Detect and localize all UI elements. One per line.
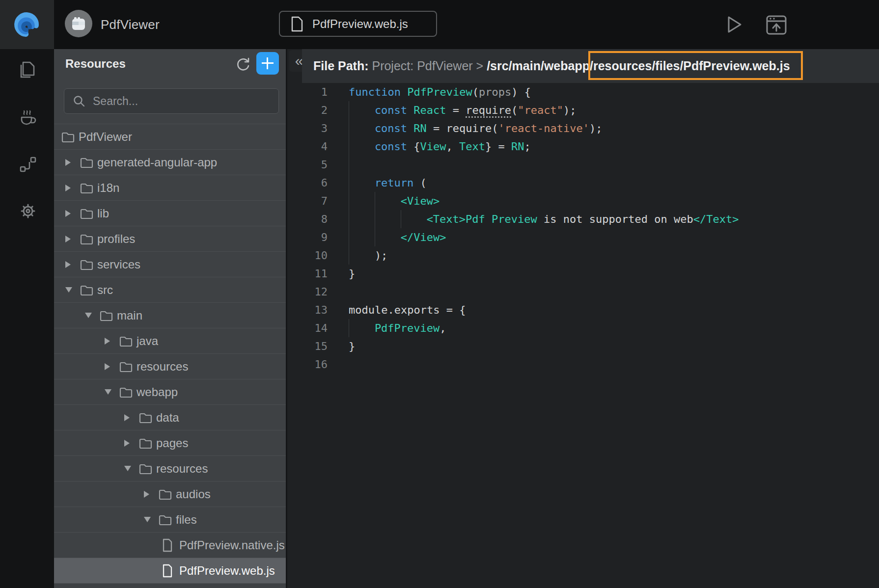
code-line-2[interactable]: 2const React = require("react"); xyxy=(287,101,879,119)
caret-right-icon[interactable] xyxy=(124,440,130,447)
code-line-7[interactable]: 7<View> xyxy=(287,192,879,210)
tree-item-pdfpreview-web-js[interactable]: PdfPreview.web.js xyxy=(54,558,286,583)
folder-icon xyxy=(139,412,152,424)
line-number: 7 xyxy=(287,192,328,210)
coffee-button[interactable] xyxy=(18,107,37,126)
line-number: 14 xyxy=(287,319,328,337)
caret-down-icon[interactable] xyxy=(65,287,72,293)
code-text xyxy=(349,159,375,171)
open-in-browser-button[interactable] xyxy=(764,12,790,37)
tree-item-services[interactable]: services xyxy=(54,251,286,277)
tree-item-lib[interactable]: lib xyxy=(54,200,286,226)
caret-right-icon[interactable] xyxy=(65,159,71,166)
code-token: ( xyxy=(413,177,427,189)
code-editor[interactable]: 1function PdfPreview(props) {2const Reac… xyxy=(287,83,879,588)
tree-item-profiles[interactable]: profiles xyxy=(54,226,286,251)
tree-item-generated-angular-app[interactable]: generated-angular-app xyxy=(54,149,286,175)
code-line-6[interactable]: 6return ( xyxy=(287,174,879,192)
code-line-11[interactable]: 11} xyxy=(287,265,879,283)
tree-item-src[interactable]: src xyxy=(54,277,286,302)
code-token: const xyxy=(375,122,407,134)
code-token: = require( xyxy=(427,122,498,134)
code-line-1[interactable]: 1function PdfPreview(props) { xyxy=(287,83,879,101)
caret-right-icon[interactable] xyxy=(65,185,71,191)
code-token: ); xyxy=(563,104,577,116)
settings-button[interactable] xyxy=(18,201,37,220)
caret-right-icon[interactable] xyxy=(144,491,149,498)
folder-icon xyxy=(119,361,133,373)
indent-guide xyxy=(375,192,375,210)
search-input[interactable] xyxy=(93,95,270,108)
code-line-5[interactable]: 5 xyxy=(287,156,879,174)
code-token: RN xyxy=(511,140,524,153)
line-number: 1 xyxy=(287,83,328,101)
tree-item-main[interactable]: main xyxy=(54,302,286,328)
tree-item-resources[interactable]: resources xyxy=(54,455,286,481)
search-box[interactable] xyxy=(64,88,279,114)
project-avatar-icon xyxy=(70,15,87,32)
pages-copy-button[interactable] xyxy=(18,60,37,80)
tree-item-i18n[interactable]: i18n xyxy=(54,175,286,200)
run-button[interactable] xyxy=(723,13,746,36)
code-line-3[interactable]: 3const RN = require('react-native'); xyxy=(287,119,879,137)
code-token: require xyxy=(466,104,511,118)
code-line-4[interactable]: 4const {View, Text} = RN; xyxy=(287,137,879,156)
code-token xyxy=(401,86,407,98)
code-token: = xyxy=(446,104,466,116)
caret-down-icon[interactable] xyxy=(144,517,151,522)
tree-item-audios[interactable]: audios xyxy=(54,481,286,507)
code-line-14[interactable]: 14PdfPreview, xyxy=(287,319,879,337)
caret-right-icon[interactable] xyxy=(105,363,110,370)
code-token: <View> xyxy=(401,195,440,207)
caret-right-icon[interactable] xyxy=(65,210,71,217)
indent-guide xyxy=(349,101,349,119)
code-token: ; xyxy=(524,140,531,153)
tree-item-label: data xyxy=(156,411,179,425)
code-token: Pdf Preview xyxy=(466,213,537,225)
tab-pdfpreview-web-js[interactable]: PdfPreview.web.js xyxy=(279,11,437,37)
file-path-highlighted: resources/files/PdfPreview.web.js xyxy=(593,59,790,73)
tree-item-webapp[interactable]: webapp xyxy=(54,379,286,404)
tree-item-files[interactable]: files xyxy=(54,507,286,532)
caret-right-icon[interactable] xyxy=(124,414,130,421)
tree-item-java[interactable]: java xyxy=(54,328,286,353)
flow-button[interactable] xyxy=(18,154,37,174)
caret-down-icon[interactable] xyxy=(124,466,131,471)
code-text: <View> xyxy=(349,195,440,207)
tree-item-resources[interactable]: resources xyxy=(54,353,286,379)
tree-item-label: resources xyxy=(137,360,188,374)
caret-down-icon[interactable] xyxy=(105,389,111,395)
code-line-9[interactable]: 9</View> xyxy=(287,228,879,246)
caret-down-icon[interactable] xyxy=(85,313,92,318)
app-logo-tile[interactable] xyxy=(0,0,54,49)
line-number: 4 xyxy=(287,137,328,156)
code-line-8[interactable]: 8<Text>Pdf Preview is not supported on w… xyxy=(287,210,879,228)
tree-item-data[interactable]: data xyxy=(54,404,286,430)
code-line-15[interactable]: 15} xyxy=(287,337,879,355)
tree-item-pages[interactable]: pages xyxy=(54,430,286,455)
open-in-browser-icon xyxy=(764,12,789,37)
code-token: props xyxy=(479,86,511,98)
file-icon xyxy=(162,564,173,578)
refresh-button[interactable] xyxy=(235,53,256,75)
code-line-10[interactable]: 10); xyxy=(287,246,879,265)
code-token: , xyxy=(440,322,446,334)
code-token: View xyxy=(420,140,446,153)
code-token: ( xyxy=(511,104,518,116)
code-line-12[interactable]: 12 xyxy=(287,283,879,301)
caret-right-icon[interactable] xyxy=(65,236,71,242)
caret-right-icon[interactable] xyxy=(65,261,71,268)
app-window: PdfViewer PdfPreview.web.js xyxy=(0,0,879,588)
code-text: <Text>Pdf Preview is not supported on we… xyxy=(349,213,739,225)
document-icon xyxy=(291,16,303,32)
file-path-bar: File Path: Project: PdfViewer > /src/mai… xyxy=(302,49,879,83)
tree-item-pdfpreview-native-js[interactable]: PdfPreview.native.js xyxy=(54,532,286,558)
project-avatar[interactable] xyxy=(65,10,92,37)
code-token: return xyxy=(375,177,413,189)
code-line-13[interactable]: 13module.exports = { xyxy=(287,301,879,319)
tree-item-pdfviewer[interactable]: PdfViewer xyxy=(54,124,286,149)
code-token: PdfPreview xyxy=(375,322,440,334)
code-line-16[interactable]: 16 xyxy=(287,355,879,374)
caret-right-icon[interactable] xyxy=(105,338,110,345)
add-resource-button[interactable] xyxy=(256,52,279,75)
